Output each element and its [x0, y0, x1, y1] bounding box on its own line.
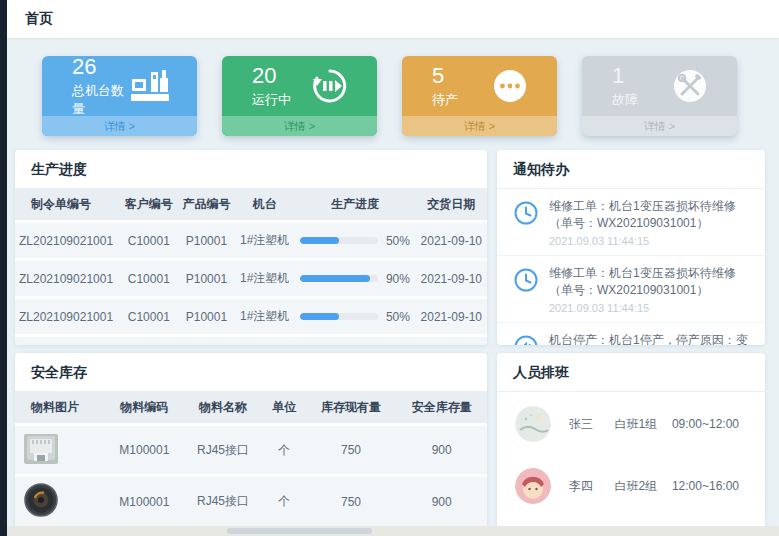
- stat-card-total-machines[interactable]: 26 总机台数量 详情 >: [42, 56, 197, 136]
- top-header-bar: 首页: [7, 0, 779, 38]
- delivery-date: 2021-09-10: [416, 299, 487, 334]
- col-unit: 单位: [263, 392, 306, 423]
- order-no: ZL202109021001: [15, 261, 120, 296]
- col-progress: 生产进度: [294, 189, 415, 220]
- personnel-schedule-panel: 人员排班 张三 白班1组 09:00~12:00 李四 白班2组 12:00~1…: [497, 353, 765, 529]
- material-name: RJ45接口: [183, 426, 263, 474]
- production-progress-panel: 生产进度 制令单编号 客户编号 产品编号 机台 生产进度 交货日期 ZL2021…: [15, 150, 487, 345]
- rj45-connector-image: [19, 430, 63, 468]
- progress-label: 50%: [386, 310, 410, 324]
- current-stock: 750: [306, 477, 397, 526]
- page-title: 首页: [25, 10, 53, 28]
- progress-label: 50%: [386, 234, 410, 248]
- left-edge-strip: [0, 0, 7, 536]
- customer-no: C10001: [120, 261, 178, 296]
- order-no: ZL202109021001: [15, 299, 120, 334]
- total-machines-detail-link[interactable]: 详情 >: [42, 116, 197, 136]
- col-order-no: 制令单编号: [15, 189, 120, 220]
- col-customer-no: 客户编号: [120, 189, 178, 220]
- unit: 个: [263, 477, 306, 526]
- stock-row: M100001 RJ45接口 个 750 900: [15, 426, 487, 474]
- fault-icon: [669, 66, 711, 106]
- notification-body: 维修工单：机台1变压器损坏待维修（单号：WX202109031001） 2021…: [549, 265, 751, 314]
- progress-bar: [300, 313, 378, 320]
- col-current-stock: 库存现有量: [306, 392, 397, 423]
- progress-label: 90%: [386, 272, 410, 286]
- horizontal-scrollbar[interactable]: [7, 526, 779, 536]
- card-body: 5 待产: [402, 56, 557, 116]
- progress-cell: 50%: [294, 337, 415, 345]
- col-material-name: 物料名称: [183, 392, 263, 423]
- machine: 1#注塑机: [235, 261, 294, 296]
- material-name: RJ45接口: [183, 477, 263, 526]
- safety-stock-panel-title: 安全库存: [15, 353, 487, 392]
- product-no: P10001: [178, 223, 236, 258]
- horizontal-scrollbar-thumb[interactable]: [227, 528, 372, 534]
- schedule-panel-title: 人员排班: [497, 353, 765, 392]
- notification-item[interactable]: 机台停产：机台1停产，停产原因：变压器损坏 2021.09.03 11:44:1…: [497, 323, 765, 345]
- notification-body: 维修工单：机台1变压器损坏待维修（单号：WX202109031001） 2021…: [549, 198, 751, 247]
- production-row: ZL202109021001 C10001 P10001 1#注塑机 50% 2…: [15, 337, 487, 345]
- notification-text: 机台停产：机台1停产，停产原因：变压器损坏: [549, 332, 751, 345]
- card-text: 20 运行中: [252, 63, 291, 108]
- machine: 1#注塑机: [235, 337, 294, 345]
- fault-value: 1: [612, 63, 638, 88]
- product-no: P10001: [178, 261, 236, 296]
- card-text: 5 待产: [432, 63, 458, 108]
- production-row: ZL202109021001 C10001 P10001 1#注塑机 90% 2…: [15, 261, 487, 296]
- progress-bar: [300, 275, 378, 282]
- avatar: [515, 406, 551, 442]
- running-detail-link[interactable]: 详情 >: [222, 116, 377, 136]
- schedule-row: 李四 白班2组 12:00~16:00: [497, 460, 765, 512]
- notification-item[interactable]: 维修工单：机台1变压器损坏待维修（单号：WX202109031001） 2021…: [497, 189, 765, 256]
- production-header-row: 制令单编号 客户编号 产品编号 机台 生产进度 交货日期: [15, 189, 487, 220]
- worker-name: 张三: [569, 416, 615, 433]
- delivery-date: 2021-09-10: [416, 223, 487, 258]
- worker-time: 12:00~16:00: [672, 479, 747, 493]
- production-row: ZL202109021001 C10001 P10001 1#注塑机 50% 2…: [15, 299, 487, 334]
- safety-stock-table: 物料图片 物料编码 物料名称 单位 库存现有量 安全库存量: [15, 389, 487, 529]
- progress-cell: 50%: [294, 299, 415, 334]
- waiting-detail-link[interactable]: 详情 >: [402, 116, 557, 136]
- production-table: 制令单编号 客户编号 产品编号 机台 生产进度 交货日期 ZL202109021…: [15, 186, 487, 345]
- customer-no: C10001: [120, 223, 178, 258]
- notification-time: 2021.09.03 11:44:15: [549, 302, 751, 314]
- stock-row: M100001 RJ45接口 个 750 900: [15, 477, 487, 526]
- notification-item[interactable]: 维修工单：机台1变压器损坏待维修（单号：WX202109031001） 2021…: [497, 256, 765, 323]
- stat-card-running[interactable]: 20 运行中 详情 >: [222, 56, 377, 136]
- notification-text: 维修工单：机台1变压器损坏待维修（单号：WX202109031001）: [549, 265, 751, 300]
- notifications-panel: 通知待办 维修工单：机台1变压器损坏待维修（单号：WX202109031001）…: [497, 150, 765, 345]
- clock-icon: [513, 265, 539, 314]
- avatar: [515, 468, 551, 504]
- progress-bar: [300, 237, 378, 244]
- fault-label: 故障: [612, 91, 638, 109]
- total-machines-value: 26: [72, 56, 129, 80]
- material-code: M100001: [106, 477, 183, 526]
- col-delivery-date: 交货日期: [416, 189, 487, 220]
- machine-icon: [129, 66, 171, 106]
- stat-card-waiting[interactable]: 5 待产 详情 >: [402, 56, 557, 136]
- machine: 1#注塑机: [235, 223, 294, 258]
- delivery-date: 2021-09-10: [416, 261, 487, 296]
- card-body: 1 故障: [582, 56, 737, 116]
- stat-card-fault[interactable]: 1 故障 详情 >: [582, 56, 737, 136]
- fault-detail-link[interactable]: 详情 >: [582, 116, 737, 136]
- round-speaker-image: [19, 481, 63, 519]
- notification-time: 2021.09.03 11:44:15: [549, 235, 751, 247]
- material-image-cell: [15, 477, 106, 526]
- product-no: P10001: [178, 299, 236, 334]
- worker-name: 李四: [569, 478, 615, 495]
- total-machines-label: 总机台数量: [72, 82, 129, 118]
- notification-text: 维修工单：机台1变压器损坏待维修（单号：WX202109031001）: [549, 198, 751, 233]
- delivery-date: 2021-09-10: [416, 337, 487, 345]
- worker-shift: 白班2组: [615, 478, 672, 495]
- notifications-panel-title: 通知待办: [497, 150, 765, 189]
- running-value: 20: [252, 63, 291, 88]
- card-body: 26 总机台数量: [42, 56, 197, 116]
- material-image-cell: [15, 426, 106, 474]
- progress-cell: 50%: [294, 223, 415, 258]
- safety-stock-panel: 安全库存 物料图片 物料编码 物料名称 单位 库存现有量 安全库存量: [15, 353, 487, 529]
- col-material-image: 物料图片: [15, 392, 106, 423]
- product-no: P10001: [178, 337, 236, 345]
- running-icon: [309, 66, 351, 106]
